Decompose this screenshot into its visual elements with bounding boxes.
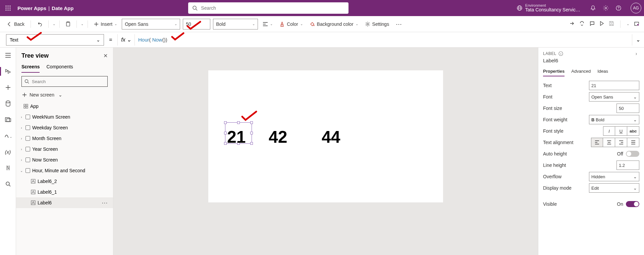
prop-fontstyle-seg[interactable]: I U abc xyxy=(603,126,639,136)
font-select[interactable]: Open Sans⌄ xyxy=(122,19,180,29)
globe-icon xyxy=(517,5,523,11)
prop-text-label: Text xyxy=(543,83,552,88)
tree-node-screen[interactable]: ›Month Screen xyxy=(16,133,113,144)
share-icon[interactable] xyxy=(569,21,575,27)
tree-node-screen[interactable]: ›WeekNum Screen xyxy=(16,112,113,122)
help-icon[interactable] xyxy=(615,5,622,11)
svg-point-21 xyxy=(367,23,368,25)
comments-icon[interactable] xyxy=(589,21,595,27)
property-select[interactable]: Text⌄ xyxy=(6,34,104,46)
waffle-icon[interactable] xyxy=(3,3,13,13)
checker-icon[interactable] xyxy=(579,21,585,27)
info-icon[interactable] xyxy=(558,51,563,56)
strike-button[interactable]: abc xyxy=(627,126,639,136)
collapse-properties-icon[interactable]: › xyxy=(633,51,639,56)
undo-dropdown[interactable]: ⌄ xyxy=(53,22,55,26)
fontsize-input[interactable]: 50 xyxy=(183,19,210,29)
prop-fontsize-input[interactable]: 50 xyxy=(616,104,639,113)
fx-button[interactable]: fx⌄ xyxy=(117,34,135,46)
tab-ideas[interactable]: Ideas xyxy=(597,67,608,76)
new-screen-button[interactable]: New screen⌄ xyxy=(16,90,113,100)
search-icon xyxy=(24,79,29,84)
annotation-check-icon xyxy=(241,111,257,122)
gear-icon[interactable] xyxy=(602,5,609,11)
avatar[interactable]: AG xyxy=(631,3,641,13)
tab-screens[interactable]: Screens xyxy=(21,61,40,73)
tab-advanced[interactable]: Advanced xyxy=(571,67,591,76)
data-icon[interactable] xyxy=(4,100,12,107)
variables-icon[interactable]: (x) xyxy=(4,148,12,155)
more-button[interactable]: ⋯ xyxy=(394,19,405,29)
visible-value: On xyxy=(617,201,623,207)
prop-font-label: Font xyxy=(543,94,552,100)
svg-rect-34 xyxy=(26,107,28,108)
svg-point-1 xyxy=(7,5,8,6)
svg-line-28 xyxy=(9,185,10,186)
search-input[interactable] xyxy=(201,5,344,11)
play-icon[interactable] xyxy=(599,21,604,27)
font-color-icon xyxy=(279,21,285,27)
bgcolor-button[interactable]: Background color⌄ xyxy=(308,20,360,28)
fontweight-select[interactable]: Bold⌄ xyxy=(213,19,258,29)
tree-node-control[interactable]: Label6_2 xyxy=(16,176,113,187)
canvas-label6[interactable]: 21 xyxy=(227,127,246,147)
insert-button[interactable]: Insert ⌄ xyxy=(92,20,119,28)
italic-button[interactable]: I xyxy=(603,126,615,136)
prop-fontstyle-label: Font style xyxy=(543,128,564,134)
publish-icon[interactable] xyxy=(634,21,639,27)
paste-button[interactable] xyxy=(64,20,72,28)
tree-search-input[interactable] xyxy=(32,79,105,84)
save-dropdown[interactable]: ⌄ xyxy=(627,22,629,26)
prop-text-input[interactable]: 21 xyxy=(589,81,639,90)
canvas-label6-1[interactable]: 42 xyxy=(269,127,287,147)
prop-align-seg[interactable] xyxy=(591,138,639,147)
svg-point-2 xyxy=(9,5,10,6)
close-tree-icon[interactable]: ✕ xyxy=(103,53,108,59)
align-justify-button[interactable] xyxy=(627,138,639,147)
tools-icon[interactable] xyxy=(4,164,12,172)
expand-formula-button[interactable]: ⌄ xyxy=(632,34,644,46)
visible-toggle[interactable] xyxy=(626,201,639,207)
align-left-button[interactable] xyxy=(591,138,603,147)
environment-picker[interactable]: Environment Tata Consultancy Servic… xyxy=(517,3,580,12)
undo-button[interactable] xyxy=(35,20,44,28)
prop-font-select[interactable]: Open Sans⌄ xyxy=(589,92,639,102)
save-icon[interactable] xyxy=(609,21,614,27)
canvas-stage[interactable]: 21 42 44 xyxy=(208,70,443,202)
tree-node-screen[interactable]: ›Now Screen xyxy=(16,154,113,165)
insert-pane-icon[interactable] xyxy=(4,84,12,91)
align-center-button[interactable] xyxy=(603,138,615,147)
prop-overflow-select[interactable]: Hidden⌄ xyxy=(589,172,639,181)
tree-node-control-selected[interactable]: Label6 xyxy=(16,197,113,208)
align-right-button[interactable] xyxy=(615,138,627,147)
svg-point-24 xyxy=(6,101,10,103)
tab-components[interactable]: Components xyxy=(46,61,73,73)
tab-properties[interactable]: Properties xyxy=(543,67,565,76)
underline-button[interactable]: U xyxy=(615,126,627,136)
back-button[interactable]: Back xyxy=(5,20,26,28)
media-icon[interactable] xyxy=(4,116,12,123)
settings-button[interactable]: Settings xyxy=(363,20,391,28)
color-button[interactable]: Color⌄ xyxy=(277,20,305,28)
prop-fontweight-select[interactable]: B Bold⌄ xyxy=(589,115,639,124)
global-search[interactable] xyxy=(188,2,348,14)
paste-dropdown[interactable]: ⌄ xyxy=(81,22,84,26)
tree-node-screen[interactable]: ⌄Hour, Minute and Second xyxy=(16,165,113,176)
tree-node-app[interactable]: App xyxy=(16,101,113,112)
svg-rect-31 xyxy=(24,104,25,106)
formula-bar[interactable]: Hour( Now()) xyxy=(135,34,632,46)
prop-displaymode-select[interactable]: Edit⌄ xyxy=(589,183,639,193)
autoheight-toggle[interactable] xyxy=(626,151,639,157)
tree-node-control[interactable]: Label6_1 xyxy=(16,187,113,197)
tree-node-screen[interactable]: ›Year Screen xyxy=(16,144,113,154)
prop-lineheight-input[interactable]: 1.2 xyxy=(616,161,639,170)
tree-search[interactable] xyxy=(21,76,108,87)
canvas-label6-2[interactable]: 44 xyxy=(322,127,340,147)
tree-view-icon[interactable] xyxy=(4,68,12,75)
search-pane-icon[interactable] xyxy=(4,180,12,188)
align-button[interactable]: ⌄ xyxy=(261,20,275,28)
tree-node-screen[interactable]: ›Weekday Screen xyxy=(16,122,113,133)
flows-icon[interactable] xyxy=(4,132,12,139)
hamburger-icon[interactable] xyxy=(4,52,12,59)
bell-icon[interactable] xyxy=(590,5,596,11)
